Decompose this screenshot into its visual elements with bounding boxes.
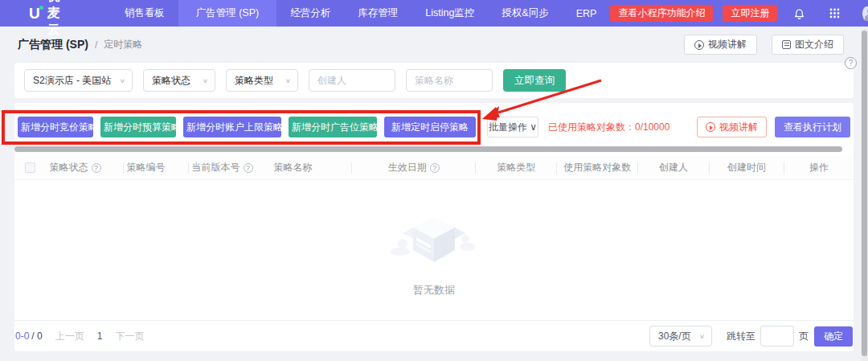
store-select-value: S2演示店 - 美国站 <box>33 74 111 88</box>
strategy-toolbar: 新增分时竞价策略 新增分时预算策略 新增分时账户上限策略 新增分时广告位策略 新… <box>18 117 850 137</box>
doc-intro-button[interactable]: 图文介绍 <box>772 35 844 55</box>
toolbar-video-guide-label: 视频讲解 <box>719 121 758 134</box>
vertical-scrollbar[interactable] <box>862 31 867 356</box>
select-all-checkbox[interactable] <box>25 162 35 173</box>
breadcrumb: 广告管理 (SP) / 定时策略 视频讲解 图文介绍 <box>0 27 868 63</box>
vertical-scrollbar-track <box>861 29 868 361</box>
question-icon[interactable]: ? <box>430 163 440 173</box>
play-icon <box>694 40 704 50</box>
chevron-down-icon: ∨ <box>120 77 125 84</box>
miniprogram-intro-button[interactable]: 查看小程序功能介绍 <box>610 5 713 22</box>
add-hourly-placement-strategy-button[interactable]: 新增分时广告位策略 <box>289 117 377 137</box>
batch-operation-dropdown[interactable]: 批量操作 ∨ <box>487 117 538 137</box>
add-hourly-bid-strategy-button[interactable]: 新增分时竞价策略 <box>18 117 93 137</box>
video-guide-label: 视频讲解 <box>708 38 747 51</box>
document-icon <box>782 40 791 49</box>
col-effective-date: 生效日期 <box>388 162 427 174</box>
top-navbar: U 优麦云 销售看板 广告管理 (SP) 经营分析 库存管理 Listing监控… <box>0 0 868 27</box>
logo-icon: U <box>29 6 40 21</box>
filter-bar: S2演示店 - 美国站 ∨ 策略状态 ∨ 策略类型 ∨ 立即查询 <box>14 63 854 98</box>
chevron-down-icon: ∨ <box>285 77 291 84</box>
table-header: 策略状态 ? 策略编号 当前版本号 ? 策略名称 生效日期 ? 策略类型 使用策… <box>14 156 854 180</box>
page-actions: 视频讲解 图文介绍 <box>684 35 844 55</box>
strategy-status-value: 策略状态 <box>152 74 190 88</box>
col-create-time: 创建时间 <box>727 162 766 174</box>
query-button[interactable]: 立即查询 <box>503 69 566 92</box>
pagination-right: 30条/页 ∨ 跳转至 页 确定 <box>649 326 853 347</box>
view-execution-plan-button[interactable]: 查看执行计划 <box>775 117 850 137</box>
store-select[interactable]: S2演示店 - 美国站 ∨ <box>24 69 133 92</box>
nav-item-business-analysis[interactable]: 经营分析 <box>276 0 344 27</box>
question-icon[interactable]: ? <box>92 163 101 173</box>
nav-item-sales-dashboard[interactable]: 销售看板 <box>111 0 178 27</box>
pagination-total: / 0 <box>31 330 42 342</box>
question-icon[interactable]: ? <box>244 163 253 173</box>
page-size-value: 30条/页 <box>658 330 691 343</box>
add-hourly-account-cap-strategy-button[interactable]: 新增分时账户上限策略 <box>183 117 281 137</box>
pagination-bar: 0-0 / 0 上一页 1 下一页 30条/页 ∨ 跳转至 页 确定 <box>14 320 854 351</box>
breadcrumb-current: 定时策略 <box>104 38 142 51</box>
col-creator: 创建人 <box>659 162 688 174</box>
page-jump-input[interactable] <box>760 326 794 347</box>
col-strategy-name: 策略名称 <box>273 161 312 174</box>
user-avatar[interactable] <box>862 6 868 21</box>
nav-item-erp[interactable]: ERP <box>563 0 611 27</box>
prev-page-button[interactable]: 上一页 <box>55 330 84 343</box>
strategy-type-value: 策略类型 <box>235 74 273 88</box>
page-size-select[interactable]: 30条/页 ∨ <box>649 326 712 347</box>
empty-text: 暂无数据 <box>413 283 455 297</box>
play-icon <box>706 122 715 132</box>
video-guide-button[interactable]: 视频讲解 <box>684 35 757 55</box>
jump-to-label: 跳转至 <box>727 330 755 343</box>
creator-input[interactable] <box>309 69 395 92</box>
empty-state: 暂无数据 <box>14 199 854 297</box>
bell-icon[interactable] <box>793 7 805 19</box>
toolbar-video-guide-button[interactable]: 视频讲解 <box>697 117 767 137</box>
main-menu: 销售看板 广告管理 (SP) 经营分析 库存管理 Listing监控 授权&同步… <box>111 0 611 27</box>
col-object-count: 使用策略对象数 <box>563 162 631 174</box>
col-current-version: 当前版本号 <box>192 162 240 174</box>
nav-item-listing-monitor[interactable]: Listing监控 <box>411 0 488 27</box>
strategy-status-select[interactable]: 策略状态 ∨ <box>143 69 215 92</box>
nav-item-inventory[interactable]: 库存管理 <box>344 0 411 27</box>
col-operation: 操作 <box>809 162 829 174</box>
add-scheduled-onoff-strategy-button[interactable]: 新增定时启停策略 <box>384 117 476 137</box>
strategy-usage-count: 已使用策略对象数：0/10000 <box>548 121 669 134</box>
nav-item-ad-management[interactable]: 广告管理 (SP) <box>178 0 276 27</box>
pagination-range: 0-0 <box>15 330 29 342</box>
strategy-name-input[interactable] <box>406 69 493 92</box>
col-strategy-type: 策略类型 <box>497 162 535 174</box>
confirm-button[interactable]: 确定 <box>814 326 853 347</box>
breadcrumb-separator: / <box>95 39 97 51</box>
current-page[interactable]: 1 <box>97 330 103 342</box>
col-strategy-id: 策略编号 <box>127 162 166 174</box>
nav-item-auth-sync[interactable]: 授权&同步 <box>488 0 562 27</box>
apps-grid-icon[interactable] <box>829 8 840 18</box>
strategy-type-select[interactable]: 策略类型 ∨ <box>226 69 298 92</box>
horizontal-scrollbar[interactable] <box>14 146 842 152</box>
help-icon[interactable]: ? <box>845 57 857 69</box>
register-button[interactable]: 立即注册 <box>723 5 777 22</box>
toolbar-right: 视频讲解 查看执行计划 <box>697 117 850 137</box>
chevron-down-icon: ∨ <box>203 77 208 84</box>
doc-intro-label: 图文介绍 <box>795 38 833 51</box>
page-unit-label: 页 <box>799 330 809 343</box>
breadcrumb-section[interactable]: 广告管理 (SP) <box>18 38 88 52</box>
col-strategy-status: 策略状态 <box>50 161 88 174</box>
add-hourly-budget-strategy-button[interactable]: 新增分时预算策略 <box>100 117 176 137</box>
empty-box-icon <box>386 199 482 273</box>
chevron-down-icon: ∨ <box>699 333 705 340</box>
strategy-panel: 新增分时竞价策略 新增分时预算策略 新增分时账户上限策略 新增分时广告位策略 新… <box>14 103 854 351</box>
next-page-button[interactable]: 下一页 <box>115 330 144 343</box>
